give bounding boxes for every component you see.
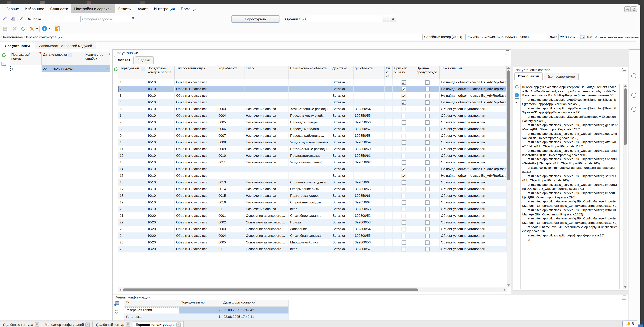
delete-icon[interactable] — [12, 26, 17, 31]
scroll-left-icon[interactable] — [120, 288, 122, 291]
error-checkbox[interactable] — [402, 134, 406, 138]
scroll-down-icon[interactable] — [624, 286, 626, 288]
close-icon[interactable]: × — [126, 322, 130, 327]
warning-checkbox[interactable] — [425, 94, 430, 98]
column-header-install-date[interactable]: Дата установки — [42, 52, 84, 65]
warning-checkbox[interactable] — [425, 147, 430, 151]
page-tab[interactable]: Зависимость от версий модулей — [35, 42, 96, 49]
print-button[interactable] — [624, 6, 631, 12]
info-dropdown-caret-icon[interactable] — [49, 28, 51, 29]
warning-checkbox[interactable] — [425, 240, 430, 244]
document-tab[interactable]: Удалённый контур × — [93, 322, 133, 327]
maximize-icon[interactable] — [622, 68, 626, 72]
warning-checkbox[interactable] — [425, 214, 430, 218]
scroll-up-icon[interactable] — [507, 67, 510, 69]
warning-checkbox[interactable] — [425, 174, 430, 178]
warning-checkbox[interactable] — [425, 100, 430, 104]
magic-wand-list-icon[interactable] — [10, 16, 15, 21]
document-tab[interactable]: Удалённые контура × — [0, 322, 42, 327]
log-table-row[interactable]: 16 10/10 Объекты класса все 0013 Назначе… — [118, 179, 506, 186]
calendar-icon[interactable] — [580, 34, 585, 39]
menu-item[interactable]: Помощь — [178, 4, 198, 13]
scroll-down-icon[interactable] — [507, 284, 510, 286]
log-table-row[interactable]: 17 10/10 Объекты класса все 0014 Назначе… — [118, 186, 506, 192]
menu-item[interactable]: Настройки и сервисы — [71, 4, 116, 13]
scrollbar-thumb[interactable] — [507, 70, 510, 180]
stack-trace-text[interactable]: ru.bitec.app.gtk.exception.AppException:… — [520, 84, 620, 289]
warning-checkbox[interactable] — [425, 167, 430, 171]
error-checkbox[interactable] — [402, 154, 406, 158]
warning-checkbox[interactable] — [425, 154, 430, 158]
stack-tab[interactable]: Json-содержимое — [544, 73, 578, 80]
log-table-row[interactable]: 26 10/20 Объекты класса все 01 Основание… — [118, 246, 506, 252]
log-table-row[interactable]: 2 10/10 Объекты класса все Вставка Не н — [118, 86, 506, 92]
log-table-row[interactable]: 13 10/10 Объекты класса все 0011 Назначе… — [118, 159, 506, 166]
add-table-row-icon[interactable] — [1, 61, 6, 66]
stack-tab[interactable]: Стек ошибки — [514, 72, 543, 80]
menu-item[interactable]: Интеграция — [151, 4, 178, 13]
warning-checkbox[interactable] — [425, 227, 430, 231]
log-table-row[interactable]: 19 10/10 Объекты класса все 0016 Назначе… — [118, 199, 506, 206]
log-table-row[interactable]: 1 10/10 Объекты класса все Вставка Не н — [118, 79, 506, 86]
menu-item[interactable]: Отчеты — [115, 4, 134, 13]
maximize-icon[interactable] — [622, 296, 626, 300]
warning-checkbox[interactable] — [425, 107, 430, 111]
error-checkbox[interactable] — [402, 107, 406, 111]
error-checkbox[interactable] — [402, 227, 406, 231]
scroll-up-icon[interactable] — [108, 53, 111, 55]
warning-checkbox[interactable] — [425, 114, 430, 118]
log-table-row[interactable]: 9 10/10 Объекты класса все 0007 Назначен… — [118, 132, 506, 139]
column-header-seq[interactable]: Порядковый... — [118, 66, 146, 79]
warning-checkbox[interactable] — [425, 207, 430, 211]
vertical-scrollbar[interactable] — [623, 84, 627, 289]
warning-checkbox[interactable] — [425, 134, 430, 138]
scrollbar-thumb[interactable] — [624, 88, 626, 145]
file-row[interactable]: Установка 1 22.08.2025 17:42:41 — [124, 314, 289, 320]
warning-checkbox[interactable] — [425, 80, 430, 84]
info-icon[interactable]: i — [42, 26, 47, 31]
column-header-created-date[interactable]: Дата формирования — [222, 300, 289, 307]
scrollbar-thumb[interactable] — [123, 288, 418, 291]
magic-wand-icon-1[interactable] — [2, 16, 7, 21]
column-header-seq[interactable]: Порядковый но... — [180, 300, 222, 307]
log-table-row[interactable]: 22 10/20 Объекты класса все 0002 Основан… — [118, 219, 506, 226]
maximize-icon[interactable] — [504, 51, 509, 55]
error-checkbox[interactable] — [402, 80, 406, 84]
error-checkbox[interactable] — [402, 247, 406, 251]
warning-checkbox[interactable] — [425, 194, 430, 198]
warning-checkbox[interactable] — [425, 200, 430, 204]
exit-door-icon[interactable] — [55, 26, 60, 31]
warning-checkbox[interactable] — [425, 220, 430, 224]
tools-dropdown-caret-icon[interactable] — [36, 28, 38, 29]
refresh-icon[interactable] — [114, 67, 118, 72]
error-checkbox[interactable] — [402, 120, 406, 124]
column-header-error-count[interactable]: Количество ошибок — [84, 52, 110, 65]
error-checkbox[interactable] — [402, 100, 406, 104]
error-checkbox[interactable] — [402, 234, 406, 238]
log-table-row[interactable]: 5 10/10 Объекты класса все 0003 Назначен… — [118, 106, 506, 112]
export-file-icon[interactable] — [114, 301, 119, 306]
log-tab[interactable]: Лог БО — [114, 56, 134, 64]
log-table-row[interactable]: 10 10/10 Объекты класса все 0008 Назначе… — [118, 139, 506, 146]
error-checkbox[interactable] — [402, 114, 406, 118]
warning-checkbox[interactable] — [425, 87, 430, 91]
settings-button[interactable] — [631, 6, 637, 12]
close-icon[interactable]: × — [86, 322, 90, 327]
close-icon[interactable]: × — [35, 322, 39, 327]
error-checkbox[interactable] — [402, 194, 406, 198]
document-tab[interactable]: Менеджер конфигураций × — [42, 322, 93, 327]
log-table-row[interactable]: 8 10/10 Объекты класса все 0006 Назначен… — [118, 126, 506, 132]
file-row[interactable]: Резервная копия 2 22.08.2025 17:42:42 — [124, 307, 289, 314]
reopen-button[interactable]: Переоткрыть — [232, 15, 280, 23]
warning-checkbox[interactable] — [425, 187, 430, 191]
log-table-row[interactable]: 6 10/10 Объекты класса все 0004 Назначен… — [118, 112, 506, 119]
error-checkbox[interactable] — [402, 167, 406, 171]
error-checkbox[interactable] — [402, 240, 406, 244]
refresh-icon[interactable] — [114, 309, 119, 314]
dropdown-caret-icon[interactable] — [516, 102, 518, 103]
error-checkbox[interactable] — [402, 147, 406, 151]
warning-checkbox[interactable] — [425, 127, 430, 131]
log-table-row[interactable]: 24 10/20 Объекты класса все 0004 Основан… — [118, 232, 506, 239]
document-tab[interactable]: Перенос конфигурации × — [133, 321, 184, 327]
log-table-row[interactable]: 12 10/10 Объекты класса все 0010 Назначе… — [118, 152, 506, 159]
